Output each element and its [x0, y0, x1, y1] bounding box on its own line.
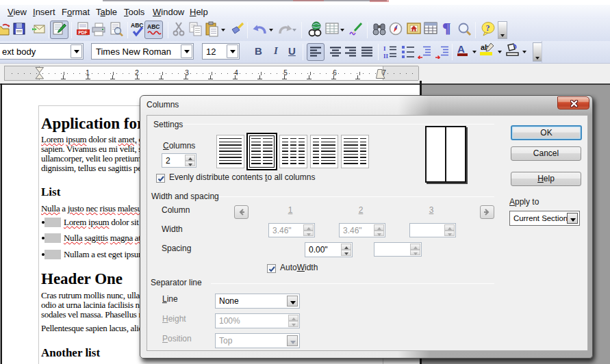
- svg-text:I: I: [383, 45, 386, 52]
- svg-text:?: ?: [486, 23, 490, 33]
- svg-text:II: II: [383, 53, 389, 59]
- svg-text:ABC: ABC: [147, 23, 160, 30]
- svg-text:PDF: PDF: [79, 30, 88, 35]
